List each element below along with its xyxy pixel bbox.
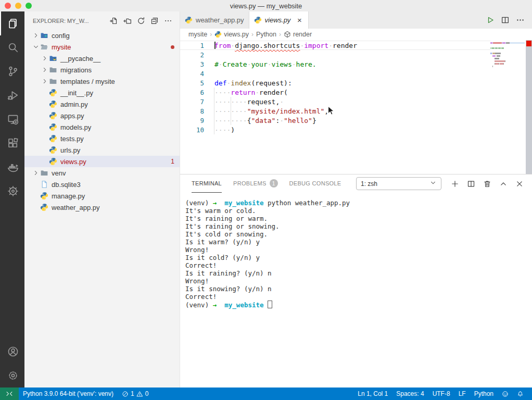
code-line-7: 7········request,· [180,97,490,106]
tree-item-label: migrations [60,66,92,74]
tree-item-label: apps.py [60,112,84,120]
tree-item-views-py[interactable]: views.py1 [24,156,180,167]
minimize-window-button[interactable] [15,3,21,9]
chevron-right-icon [32,32,40,39]
tree-item-templates-mysite[interactable]: templates / mysite [24,76,180,87]
activity-item-search[interactable] [0,35,24,59]
breadcrumb-item-views-py[interactable]: views.py [214,31,249,38]
activity-item-extensions[interactable] [0,131,24,155]
panel-tab-debug-console[interactable]: DEBUG CONSOLE [289,174,341,193]
tree-item-label: models.py [60,123,91,131]
breadcrumb-item-python[interactable]: Python [256,31,276,38]
terminal-line: Correct! [185,293,532,301]
remote-indicator[interactable] [0,388,19,400]
status-label: UTF-8 [433,390,450,397]
folder-pycache-icon [49,54,60,63]
activity-item-settings[interactable] [0,364,24,388]
bell-icon [517,391,524,397]
python-icon [254,16,262,24]
tree-item-weather-app-py[interactable]: weather_app.py [24,202,180,213]
chevron-down-icon [429,179,437,188]
status-encoding[interactable]: UTF-8 [428,388,454,400]
activity-item-source-control[interactable] [0,59,24,83]
run-python-file-button[interactable] [486,16,495,24]
split-editor-button[interactable] [501,16,510,24]
tree-item-venv[interactable]: venv [24,167,180,179]
status-language-mode[interactable]: Python [470,388,498,400]
code-editor[interactable]: 1from·django.shortcuts·import·render23#·… [180,40,532,174]
line-number: 4 [180,70,204,78]
error-icon [122,391,129,397]
status-feedback[interactable] [498,388,513,400]
breadcrumb-separator: › [251,31,254,38]
tree-item-admin-py[interactable]: admin.py [24,98,180,110]
status-eol-sequence[interactable]: LF [454,388,470,400]
tree-item-tests-py[interactable]: tests.py [24,133,180,144]
line-number: 6 [180,89,204,96]
tree-item-init-py[interactable]: __init__.py [24,87,180,98]
activity-item-wheel[interactable] [0,179,24,203]
refresh-explorer-button[interactable] [135,15,146,26]
tab-label: weather_app.py [196,16,244,24]
line-number: 7 [180,98,204,106]
maximize-panel-button[interactable] [499,180,508,188]
activity-item-remote-explorer[interactable] [0,107,24,131]
breadcrumb-separator: › [210,31,212,38]
folder-config-icon [40,31,51,40]
tab-views-py[interactable]: views.py× [249,11,309,29]
tree-item-migrations[interactable]: migrations [24,64,180,76]
terminal-line: It's cold or snowing. [185,230,532,238]
panel-tab-label: PROBLEMS [233,180,267,186]
close-panel-button[interactable] [515,180,524,188]
split-terminal-button[interactable] [467,180,475,188]
views-and-more-actions-button[interactable] [162,15,173,26]
tree-item-manage-py[interactable]: manage.py [24,190,180,202]
account-icon [7,346,19,357]
chevron-up-icon [499,180,508,188]
status-label: LF [459,390,466,397]
activity-item-run-debug[interactable] [0,83,24,107]
activity-item-explorer[interactable] [0,11,24,35]
tree-item-urls-py[interactable]: urls.py [24,144,180,156]
status-notifications[interactable] [513,388,528,400]
close-tab-button[interactable]: × [295,16,303,24]
tree-item-db-sqlite3[interactable]: db.sqlite3 [24,179,180,190]
close-window-button[interactable] [5,3,11,9]
terminal-line: Wrong! [185,277,532,285]
tree-item-apps-py[interactable]: apps.py [24,110,180,121]
editor-actions [486,11,532,29]
traffic-lights [0,3,32,9]
panel-tab-problems[interactable]: PROBLEMS1 [233,174,278,193]
code-line-9: 9········{"data":·"hello"} [180,116,490,125]
maximize-window-button[interactable] [26,3,32,9]
status-indentation[interactable]: Spaces: 4 [392,388,428,400]
kill-terminal-button[interactable] [483,180,491,188]
panel-tab-terminal[interactable]: TERMINAL [192,174,222,193]
breadcrumb-item-render[interactable]: render [284,31,312,38]
status-python-interpreter[interactable]: Python 3.9.0 64-bit ('venv': venv) [19,388,118,400]
terminal-line: Is it warm? (y/n) y [185,238,532,246]
terminal-output[interactable]: (venv) → my_website python weather_app.p… [180,193,532,388]
tree-item-pycache[interactable]: __pycache__ [24,53,180,64]
breadcrumb-item-mysite[interactable]: mysite [188,31,207,38]
activity-item-accounts[interactable] [0,340,24,364]
modified-dot [171,45,174,49]
new-terminal-button[interactable] [451,180,459,188]
tree-item-mysite[interactable]: mysite [24,41,180,53]
new-file-button[interactable] [108,15,119,26]
more-actions-button[interactable] [516,16,525,24]
play-icon [486,16,495,24]
new-folder-button[interactable] [122,15,133,26]
editor-scrollbar[interactable] [526,40,532,174]
tree-item-config[interactable]: config [24,30,180,41]
tab-weather-app-py[interactable]: weather_app.py [180,11,249,29]
status-problems-summary[interactable]: 10 [118,388,153,400]
terminal-shell-select[interactable]: 1: zsh [356,177,441,190]
tree-item-models-py[interactable]: models.py [24,121,180,133]
status-cursor-position[interactable]: Ln 1, Col 1 [353,388,392,400]
tree-item-label: venv [52,169,66,177]
minimap[interactable] [490,42,525,68]
collapse-folders-button[interactable] [149,15,160,26]
code-line-1: 1from·django.shortcuts·import·render [180,41,490,50]
activity-item-docker[interactable] [0,155,24,179]
